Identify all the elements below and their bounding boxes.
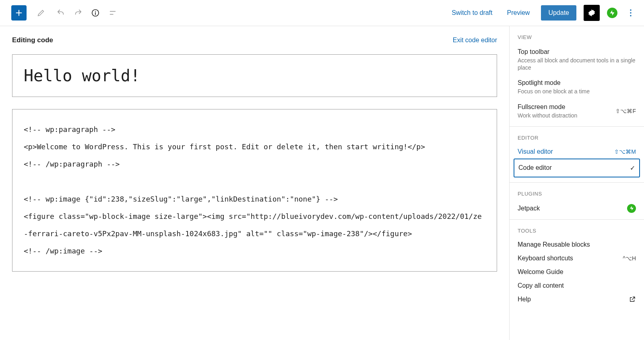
shortcut-label: ⇧⌥⌘F — [615, 108, 636, 114]
options-menu: VIEW Top toolbar Access all block and do… — [509, 26, 644, 340]
top-toolbar: Switch to draft Preview Update — [0, 0, 644, 26]
shortcut-label: ⇧⌥⌘M — [614, 148, 636, 155]
menu-item-copy-all-content[interactable]: Copy all content — [510, 279, 644, 293]
menu-item-label: Manage Reusable blocks — [518, 241, 590, 248]
svg-point-3 — [630, 9, 631, 10]
more-menu-button[interactable] — [625, 9, 637, 16]
menu-item-visual-editor[interactable]: Visual editor ⇧⌥⌘M — [510, 145, 644, 159]
switch-to-draft-link[interactable]: Switch to draft — [446, 6, 498, 20]
menu-item-spotlight-mode[interactable]: Spotlight mode Focus on one block at a t… — [510, 75, 644, 99]
menu-item-label: Fullscreen mode — [518, 103, 577, 111]
menu-item-label: Spotlight mode — [518, 79, 590, 87]
undo-icon[interactable] — [54, 6, 68, 20]
menu-item-label: Help — [518, 296, 531, 303]
menu-item-desc: Focus on one block at a time — [518, 88, 590, 95]
menu-item-help[interactable]: Help — [510, 293, 644, 306]
settings-button[interactable] — [584, 5, 600, 21]
exit-code-editor-link[interactable]: Exit code editor — [453, 37, 497, 44]
svg-point-4 — [630, 12, 631, 13]
menu-item-manage-reusable-blocks[interactable]: Manage Reusable blocks — [510, 238, 644, 251]
menu-item-label: Code editor — [518, 164, 552, 171]
add-block-button[interactable] — [11, 5, 27, 21]
edit-icon[interactable] — [34, 6, 48, 20]
external-link-icon — [629, 296, 636, 303]
menu-item-top-toolbar[interactable]: Top toolbar Access all block and documen… — [510, 44, 644, 75]
svg-point-5 — [630, 15, 631, 16]
menu-item-label: Visual editor — [518, 148, 553, 155]
menu-item-desc: Access all block and document tools in a… — [518, 57, 636, 71]
preview-link[interactable]: Preview — [502, 6, 536, 20]
section-editor-label: EDITOR — [510, 127, 644, 145]
menu-item-fullscreen-mode[interactable]: Fullscreen mode Work without distraction… — [510, 99, 644, 123]
menu-item-desc: Work without distraction — [518, 112, 577, 119]
menu-item-keyboard-shortcuts[interactable]: Keyboard shortcuts ^⌥H — [510, 251, 644, 265]
menu-item-label: Keyboard shortcuts — [518, 255, 573, 262]
editing-code-label: Editing code — [12, 36, 53, 44]
jetpack-icon[interactable] — [607, 8, 617, 18]
main-editor-area: Editing code Exit code editor Hello worl… — [0, 26, 509, 340]
info-icon[interactable] — [88, 6, 102, 20]
outline-icon[interactable] — [105, 6, 120, 20]
update-button[interactable]: Update — [541, 5, 576, 21]
menu-item-label: Welcome Guide — [518, 268, 564, 276]
menu-item-label: Top toolbar — [518, 48, 636, 56]
shortcut-label: ^⌥H — [623, 255, 636, 262]
menu-item-welcome-guide[interactable]: Welcome Guide — [510, 265, 644, 279]
jetpack-icon — [627, 204, 636, 213]
section-tools-label: TOOLS — [510, 220, 644, 238]
menu-item-label: Copy all content — [518, 282, 564, 289]
menu-item-jetpack[interactable]: Jetpack — [510, 201, 644, 216]
post-title-input[interactable]: Hello world! — [12, 54, 497, 97]
menu-item-label: Jetpack — [518, 205, 540, 212]
checkmark-icon: ✓ — [630, 164, 635, 172]
menu-item-code-editor[interactable]: Code editor ✓ — [514, 159, 640, 177]
section-view-label: VIEW — [510, 26, 644, 44]
svg-point-1 — [95, 11, 95, 12]
redo-icon[interactable] — [71, 6, 85, 20]
post-content-textarea[interactable]: <!-- wp:paragraph --> <p>Welcome to Word… — [12, 109, 497, 272]
section-plugins-label: PLUGINS — [510, 183, 644, 201]
